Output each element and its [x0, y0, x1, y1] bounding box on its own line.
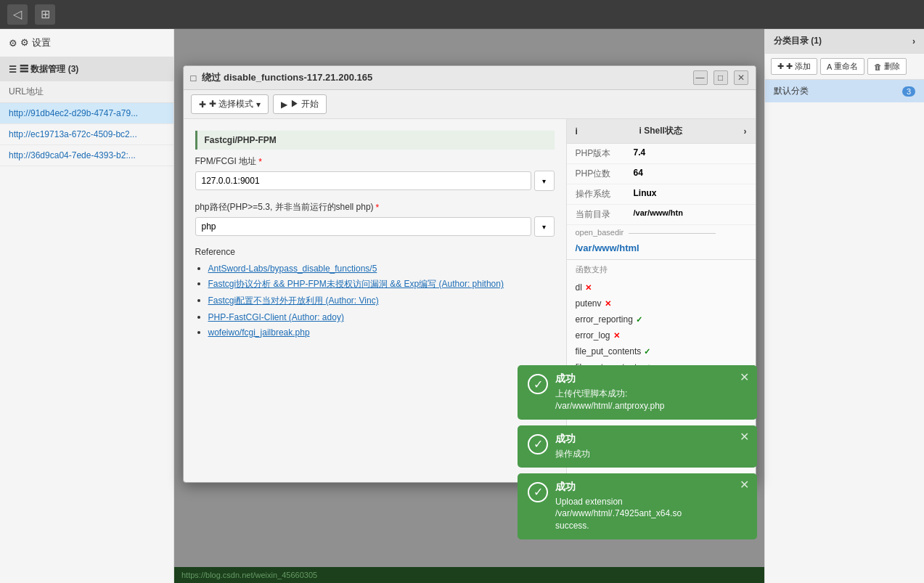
list-icon: ☰: [9, 65, 17, 75]
notif-1-check-icon: ✓: [528, 374, 548, 394]
text-icon: A: [827, 62, 832, 71]
notif-1-close-button[interactable]: ✕: [737, 370, 751, 384]
nav-back-button[interactable]: ◁: [7, 4, 28, 25]
reference-section: Reference AntSword-Labs/bypass_disable_f…: [195, 247, 555, 338]
grid-menu-button[interactable]: ⊞: [35, 4, 55, 25]
required-indicator-2: *: [376, 203, 380, 213]
content-area: □ 绕过 disable_functions-117.21.200.165 — …: [174, 29, 764, 583]
func-error-reporting: error_reporting ✓: [567, 311, 756, 327]
notification-1: ✓ 成功 上传代理脚本成功:/var/www/html/.antproxy.ph…: [518, 365, 757, 420]
delete-category-button[interactable]: 🗑 删除: [867, 58, 907, 75]
open-basedir-label: open_basedir: [567, 225, 756, 240]
info-icon: i: [576, 126, 578, 136]
func-dl-status: ✕: [585, 283, 592, 293]
play-icon: ▶: [281, 99, 287, 110]
select-mode-button[interactable]: ✚ ✚ 选择模式 ▾: [191, 94, 269, 114]
reference-title: Reference: [195, 247, 555, 257]
dropdown-icon: ▾: [256, 99, 261, 110]
required-indicator: *: [258, 157, 262, 167]
notif-3-content: 成功 Upload extension/var/www/html/.74925a…: [555, 481, 747, 532]
url-item-3[interactable]: http://36d9ca04-7ede-4393-b2:...: [0, 145, 173, 166]
php-path-dropdown-button[interactable]: ▾: [534, 216, 555, 237]
php-version-row: PHP版本 7.4: [567, 144, 756, 164]
php-path-label: php路径(PHP>=5.3, 并非当前运行的shell php) *: [195, 201, 555, 213]
right-panel-expand-icon: ›: [912, 36, 915, 46]
trash-icon: 🗑: [874, 62, 882, 71]
php-path-input[interactable]: [195, 217, 531, 236]
main-layout: ⚙ ⚙ 设置 ☰ ☰ 数据管理 (3) URL地址 http://91db4ec…: [0, 29, 924, 583]
start-button[interactable]: ▶ ▶ 开始: [273, 94, 327, 114]
method-option: Fastcgi/PHP-FPM: [195, 131, 555, 150]
modal-form: Fastcgi/PHP-FPM FPM/FCGI 地址 * ▾: [184, 119, 567, 482]
notification-2: ✓ 成功 操作成功 ✕: [518, 425, 757, 468]
modal-title: 绕过 disable_functions-117.21.200.165: [202, 71, 687, 84]
php-bits-row: PHP位数 64: [567, 164, 756, 184]
modal-window-icon: □: [191, 73, 197, 83]
func-error-reporting-status: ✓: [636, 315, 642, 325]
os-row: 操作系统 Linux: [567, 184, 756, 205]
reference-link-2[interactable]: Fastcgi协议分析 && PHP-FPM未授权访问漏洞 && Exp编写 (…: [208, 279, 504, 289]
notif-2-close-button[interactable]: ✕: [737, 430, 751, 444]
list-item: wofeiwo/fcgi_jailbreak.php: [208, 327, 555, 338]
modal-minimize-button[interactable]: —: [693, 70, 708, 85]
func-file-put-contents: file_put_contents ✓: [567, 343, 756, 359]
data-management-header: ☰ ☰ 数据管理 (3): [0, 57, 173, 81]
reference-link-4[interactable]: PHP-FastCGI-Client (Author: adoy): [208, 312, 344, 322]
fpm-input-row: ▾: [195, 171, 555, 191]
fpm-address-group: FPM/FCGI 地址 * ▾: [195, 155, 555, 191]
notif-2-title: 成功: [555, 433, 747, 446]
settings-label: ⚙ 设置: [20, 36, 51, 49]
reference-link-1[interactable]: AntSword-Labs/bypass_disable_functions/5: [208, 264, 377, 274]
category-item-default[interactable]: 默认分类 3: [765, 80, 924, 102]
notification-3: ✓ 成功 Upload extension/var/www/html/.7492…: [518, 473, 757, 539]
reference-link-3[interactable]: Fastcgi配置不当对外开放利用 (Author: Vinc): [208, 295, 379, 306]
right-panel-header: 分类目录 (1) ›: [765, 29, 924, 54]
url-column-header: URL地址: [0, 81, 173, 103]
rename-category-button[interactable]: A 重命名: [820, 58, 864, 75]
plus-icon: ✚: [199, 99, 206, 110]
php-path-input-row: ▾: [195, 216, 555, 237]
list-item: Fastcgi配置不当对外开放利用 (Author: Vinc): [208, 295, 555, 307]
url-item-1[interactable]: http://91db4ec2-d29b-4747-a79...: [0, 103, 173, 124]
reference-list: AntSword-Labs/bypass_disable_functions/5…: [195, 263, 555, 338]
notif-2-check-icon: ✓: [528, 434, 548, 454]
func-error-log: error_log ✕: [567, 327, 756, 343]
dir-row: 当前目录 /var/www/htn: [567, 205, 756, 225]
modal-toolbar: ✚ ✚ 选择模式 ▾ ▶ ▶ 开始: [184, 90, 756, 119]
notif-3-close-button[interactable]: ✕: [737, 478, 751, 492]
url-item-2[interactable]: http://ec19713a-672c-4509-bc2...: [0, 124, 173, 145]
notif-1-text: 上传代理脚本成功:/var/www/html/.antproxy.php: [555, 388, 747, 412]
plus-icon: ✚: [777, 62, 784, 71]
sidebar: ⚙ ⚙ 设置 ☰ ☰ 数据管理 (3) URL地址 http://91db4ec…: [0, 29, 174, 583]
notification-container: ✓ 成功 上传代理脚本成功:/var/www/html/.antproxy.ph…: [518, 365, 757, 539]
list-item: Fastcgi协议分析 && PHP-FPM未授权访问漏洞 && Exp编写 (…: [208, 278, 555, 290]
function-support-label: 函数支持: [567, 259, 756, 280]
modal-titlebar: □ 绕过 disable_functions-117.21.200.165 — …: [184, 66, 756, 90]
func-putenv: putenv ✕: [567, 295, 756, 311]
func-putenv-status: ✕: [605, 299, 611, 309]
top-bar: ◁ ⊞: [0, 0, 924, 29]
gear-icon: ⚙: [9, 38, 17, 49]
category-badge: 3: [902, 86, 915, 97]
expand-icon: ›: [744, 126, 747, 136]
func-dl: dl ✕: [567, 280, 756, 295]
modal-restore-button[interactable]: □: [714, 70, 728, 85]
fpm-dropdown-button[interactable]: ▾: [534, 171, 555, 191]
notif-3-text: Upload extension/var/www/html/.74925ant_…: [555, 496, 747, 532]
add-category-button[interactable]: ✚ ✚ 添加: [771, 58, 817, 75]
start-label: ▶ 开始: [290, 98, 319, 110]
modal-close-button[interactable]: ✕: [734, 70, 748, 85]
notif-3-title: 成功: [555, 481, 747, 494]
right-panel-toolbar: ✚ ✚ 添加 A 重命名 🗑 删除: [765, 54, 924, 80]
right-panel: 分类目录 (1) › ✚ ✚ 添加 A 重命名 🗑 删除 默认分类 3: [764, 29, 924, 583]
func-fpc-status: ✓: [644, 347, 650, 356]
notif-1-content: 成功 上传代理脚本成功:/var/www/html/.antproxy.php: [555, 372, 747, 412]
func-error-log-status: ✕: [613, 331, 620, 341]
settings-menu-item[interactable]: ⚙ ⚙ 设置: [0, 29, 173, 57]
notif-1-title: 成功: [555, 372, 747, 386]
reference-link-5[interactable]: wofeiwo/fcgi_jailbreak.php: [208, 327, 310, 338]
fpm-address-input[interactable]: [195, 171, 531, 190]
select-mode-label: ✚ 选择模式: [209, 98, 253, 110]
shell-status-header: i i Shell状态 ›: [567, 119, 756, 144]
fpm-label: FPM/FCGI 地址 *: [195, 155, 555, 168]
